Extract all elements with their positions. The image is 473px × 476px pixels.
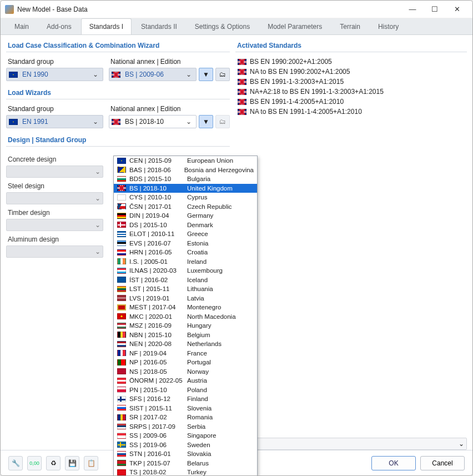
dropdown-option[interactable]: TS | 2018-02Turkey: [114, 468, 257, 476]
dropdown-option[interactable]: LST | 2015-11Lithuania: [114, 284, 257, 294]
flag-icon: [117, 176, 126, 182]
dropdown-option[interactable]: PN | 2015-10Poland: [114, 385, 257, 395]
activated-item[interactable]: BS EN 1991-1-4:2005+A1:2010: [235, 97, 467, 107]
dropdown-option[interactable]: NF | 2019-04France: [114, 349, 257, 358]
annex-dropdown[interactable]: CEN | 2015-09European UnionBAS | 2018-06…: [113, 156, 258, 476]
tool-refresh-button[interactable]: ♻: [46, 456, 61, 470]
dropdown-option[interactable]: DIN | 2019-04Germany: [114, 211, 257, 221]
activated-item[interactable]: NA+A2:18 to BS EN 1991-1-3:2003+A1:2015: [235, 87, 467, 97]
option-code: TKP | 2015-07: [129, 460, 184, 467]
dropdown-option[interactable]: SRPS | 2017-09Serbia: [114, 422, 257, 432]
dropdown-option[interactable]: SFS | 2016-12Finland: [114, 394, 257, 404]
dropdown-option[interactable]: NS | 2018-05Norway: [114, 367, 257, 377]
option-code: BAS | 2018-06: [129, 167, 181, 173]
maximize-button[interactable]: ☐: [424, 3, 446, 16]
flag-icon: [117, 240, 126, 246]
tab-terrain[interactable]: Terrain: [331, 18, 369, 34]
save-icon: 💾: [68, 459, 77, 467]
ok-button[interactable]: OK: [371, 456, 416, 470]
activated-item[interactable]: BS EN 1991-1-3:2003+A1:2015: [235, 77, 467, 87]
uk-flag-icon: [112, 119, 120, 125]
lcc-manage-button[interactable]: 🗂: [215, 68, 230, 81]
tab-settings-options[interactable]: Settings & Options: [187, 18, 258, 34]
design-combo[interactable]: ⌄: [6, 245, 103, 258]
dropdown-option[interactable]: MSZ | 2016-09Hungary: [114, 321, 257, 330]
dropdown-option[interactable]: SS | 2009-06Singapore: [114, 431, 257, 440]
window: New Model - Base Data — ☐ ✕ MainAdd-onsS…: [0, 0, 473, 476]
dropdown-option[interactable]: NBN | 2015-10Belgium: [114, 330, 257, 340]
tab-main[interactable]: Main: [6, 18, 37, 34]
option-code: ÖNORM | 2022-05: [129, 377, 184, 384]
tool-list-button[interactable]: 📋: [84, 456, 98, 470]
dropdown-option[interactable]: SS | 2019-06Sweden: [114, 440, 257, 450]
lcc-annex-combo[interactable]: BS | 2009-06 ⌄: [109, 68, 197, 81]
dropdown-option[interactable]: LVS | 2019-01Latvia: [114, 294, 257, 303]
folder-icon: 🗂: [219, 71, 226, 78]
tab-history[interactable]: History: [370, 18, 407, 34]
close-button[interactable]: ✕: [446, 3, 468, 16]
dropdown-option[interactable]: NEN | 2020-08Netherlands: [114, 339, 257, 349]
flag-icon: [117, 222, 126, 228]
dropdown-option[interactable]: HRN | 2016-05Croatia: [114, 248, 257, 257]
lw-filter-button[interactable]: ▼: [199, 115, 213, 128]
dropdown-option[interactable]: BS | 2018-10United Kingdom: [114, 184, 257, 193]
dropdown-option[interactable]: ČSN | 2017-01Czech Republic: [114, 202, 257, 212]
design-combo[interactable]: ⌄: [6, 192, 103, 204]
tool-save-button[interactable]: 💾: [65, 456, 79, 470]
design-combo[interactable]: ⌄: [6, 219, 103, 231]
dropdown-option[interactable]: CYS | 2010-10Cyprus: [114, 193, 257, 202]
dropdown-option[interactable]: I.S. | 2005-01Ireland: [114, 257, 257, 267]
dropdown-option[interactable]: MKC | 2020-01North Macedonia: [114, 312, 257, 322]
dropdown-option[interactable]: DS | 2015-10Denmark: [114, 221, 257, 230]
lw-annex-combo[interactable]: BS | 2018-10 ⌄: [109, 115, 197, 128]
titlebar: New Model - Base Data — ☐ ✕: [1, 1, 472, 18]
dropdown-option[interactable]: ÖNORM | 2022-05Austria: [114, 376, 257, 385]
right-bottom-combo[interactable]: ⌄: [235, 438, 467, 450]
option-country: Portugal: [187, 359, 254, 365]
activated-item[interactable]: NA to BS EN 1990:2002+A1:2005: [235, 67, 467, 77]
activated-list: BS EN 1990:2002+A1:2005NA to BS EN 1990:…: [235, 57, 467, 117]
lw-group-combo[interactable]: EN 1991 ⌄: [6, 115, 103, 128]
dropdown-option[interactable]: MEST | 2017-04Montenegro: [114, 303, 257, 312]
tab-add-ons[interactable]: Add-ons: [38, 18, 80, 34]
minimize-button[interactable]: —: [401, 3, 424, 16]
dropdown-option[interactable]: STN | 2016-01Slovakia: [114, 449, 257, 459]
flag-icon: [117, 277, 126, 283]
option-country: Slovenia: [187, 405, 254, 412]
design-combo[interactable]: ⌄: [6, 166, 103, 178]
decimal-icon: 0,00: [29, 460, 39, 466]
dropdown-option[interactable]: EVS | 2016-07Estonia: [114, 239, 257, 248]
tool-units-button[interactable]: 🔧: [8, 456, 23, 470]
flag-icon: [117, 423, 126, 429]
dropdown-option[interactable]: SR | 2017-02Romania: [114, 413, 257, 422]
flag-icon: [117, 203, 126, 209]
tool-precision-button[interactable]: 0,00: [27, 456, 42, 470]
tab-standards-ii[interactable]: Standards II: [133, 18, 185, 34]
tab-standards-i[interactable]: Standards I: [81, 18, 132, 34]
cancel-button[interactable]: Cancel: [420, 456, 465, 470]
dropdown-option[interactable]: NP | 2016-05Portugal: [114, 358, 257, 367]
dropdown-option[interactable]: ILNAS | 2020-03Luxembourg: [114, 266, 257, 275]
option-country: Sweden: [187, 442, 254, 448]
lcc-group-combo[interactable]: EN 1990 ⌄: [6, 68, 103, 81]
flag-icon: [117, 350, 126, 356]
flag-icon: [117, 167, 126, 173]
option-country: Belarus: [187, 460, 254, 467]
wrench-icon: 🔧: [12, 459, 20, 467]
dropdown-option[interactable]: BDS | 2015-10Bulgaria: [114, 174, 257, 184]
lcc-filter-button[interactable]: ▼: [199, 68, 213, 81]
dropdown-option[interactable]: CEN | 2015-09European Union: [114, 156, 257, 166]
dropdown-option[interactable]: BAS | 2018-06Bosnia and Herzegovina: [114, 166, 257, 175]
dropdown-option[interactable]: SIST | 2015-11Slovenia: [114, 404, 257, 413]
lw-group-value: EN 1991: [20, 118, 90, 126]
dropdown-option[interactable]: ELOT | 2010-11Greece: [114, 229, 257, 239]
activated-item-label: NA+A2:18 to BS EN 1991-1-3:2003+A1:2015: [250, 88, 384, 96]
activated-item[interactable]: BS EN 1990:2002+A1:2005: [235, 57, 467, 67]
dropdown-option[interactable]: TKP | 2015-07Belarus: [114, 459, 257, 468]
activated-item[interactable]: NA to BS EN 1991-1-4:2005+A1:2010: [235, 107, 467, 117]
dropdown-option[interactable]: ÍST | 2016-02Iceland: [114, 275, 257, 285]
option-country: Bulgaria: [187, 176, 254, 182]
option-country: Romania: [187, 414, 254, 420]
tab-model-parameters[interactable]: Model Parameters: [259, 18, 330, 34]
option-code: ELOT | 2010-11: [129, 231, 184, 237]
